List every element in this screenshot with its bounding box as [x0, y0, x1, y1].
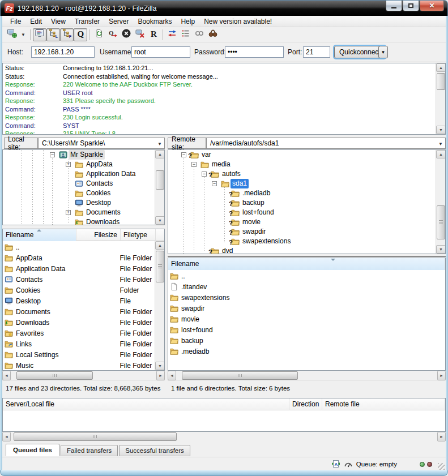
column-header-filetype[interactable]: Filetype [121, 229, 156, 241]
compare-button[interactable] [165, 28, 179, 41]
remote-file-row-swapextensions[interactable]: swapextensions [168, 292, 445, 303]
scroll-down-icon[interactable]: ▼ [155, 362, 165, 370]
collapse-icon[interactable]: − [50, 152, 55, 157]
tree-item-mr-sparkle[interactable]: −Mr Sparkle [3, 150, 164, 160]
local-file-row-local-settings[interactable]: Local SettingsFile Folder [3, 349, 155, 360]
menu-item-transfer[interactable]: Transfer [70, 16, 104, 27]
tree-item-autofs[interactable]: −?autofs [168, 169, 445, 179]
local-list-hscrollbar[interactable]: ◄ ► [2, 371, 165, 380]
menu-item-server[interactable]: Server [104, 16, 133, 27]
quickconnect-dropdown-button[interactable]: ▼ [378, 46, 388, 58]
scroll-right-icon[interactable]: ► [437, 432, 446, 441]
tree-item-movie[interactable]: ?movie [168, 217, 445, 227]
site-manager-button[interactable] [5, 28, 19, 41]
expand-icon[interactable]: + [66, 162, 71, 167]
port-input[interactable] [303, 46, 330, 58]
local-tree-scrollbar[interactable]: ▲ ▼ [155, 150, 164, 225]
remote-file-row-movie[interactable]: movie [168, 314, 445, 324]
local-file-row-contacts[interactable]: ContactsFile Folder [3, 274, 155, 285]
scroll-down-icon[interactable]: ▼ [436, 126, 446, 134]
search-button[interactable] [206, 28, 220, 41]
column-header-filename[interactable]: Filename [168, 258, 445, 270]
collapse-icon[interactable]: − [191, 162, 197, 167]
tree-item-desktop[interactable]: Desktop [3, 198, 164, 208]
tab-failed-transfers[interactable]: Failed transfers [61, 445, 118, 456]
log-scrollbar[interactable]: ▲ ▼ [436, 63, 445, 134]
tree-item-application-data[interactable]: Application Data [3, 169, 164, 179]
scrollbar-thumb[interactable] [14, 432, 177, 441]
local-file-row-cookies[interactable]: CookiesFolder [3, 285, 155, 295]
remote-file-row-backup[interactable]: backup [168, 335, 445, 346]
local-file-row-downloads[interactable]: DownloadsFile Folder [3, 317, 155, 328]
collapse-icon[interactable]: − [202, 171, 207, 177]
menu-item-edit[interactable]: Edit [25, 16, 46, 27]
tab-successful-transfers[interactable]: Successful transfers [119, 445, 190, 456]
chevron-down-icon[interactable]: ▼ [157, 141, 162, 147]
remote-file-row-titandev[interactable]: .titandev [168, 281, 445, 292]
disconnect-button[interactable] [133, 28, 147, 41]
tree-item-downloads[interactable]: Downloads [3, 217, 164, 225]
tree-item-contacts[interactable]: Contacts [3, 179, 164, 188]
password-input[interactable] [225, 46, 284, 58]
scrollbar-thumb[interactable] [16, 371, 93, 380]
collapse-icon[interactable]: − [181, 152, 186, 157]
tree-item-backup[interactable]: ?backup [168, 198, 445, 208]
scroll-up-icon[interactable]: ▲ [436, 63, 446, 72]
scroll-up-icon[interactable]: ▲ [155, 150, 165, 158]
process-queue-button[interactable]: Q [106, 28, 120, 41]
minimize-button[interactable] [386, 1, 402, 11]
local-file-row-music[interactable]: MusicFile Folder [3, 360, 155, 370]
scrollbar-thumb[interactable] [437, 205, 445, 239]
host-input[interactable] [31, 46, 95, 58]
tree-item-mediadb[interactable]: ?.mediadb [168, 188, 445, 198]
remote-tree-scrollbar[interactable]: ▲ ▼ [436, 150, 445, 254]
local-file-row-appdata[interactable]: AppDataFile Folder [3, 252, 155, 263]
scroll-down-icon[interactable]: ▼ [155, 216, 165, 225]
chevron-down-icon[interactable]: ▼ [438, 141, 443, 147]
refresh-button[interactable] [92, 28, 106, 41]
local-file-row-documents[interactable]: DocumentsFile Folder [3, 306, 155, 317]
scroll-down-icon[interactable]: ▼ [436, 245, 446, 254]
speed-limit-icon[interactable] [344, 460, 353, 469]
menu-item-help[interactable]: Help [176, 16, 199, 27]
local-file-row-application-data[interactable]: Application DataFile Folder [3, 263, 155, 274]
menu-item-view[interactable]: View [46, 16, 70, 27]
local-path-combobox[interactable]: C:\Users\Mr Sparkle\ ▼ [38, 138, 165, 149]
toggle-local-tree-button[interactable]: L [46, 28, 60, 41]
splitter-sash[interactable] [168, 256, 446, 257]
cancel-button[interactable] [120, 28, 133, 41]
chevron-down-icon[interactable]: ▼ [19, 32, 28, 37]
column-header-remote-file[interactable]: Remote file [322, 398, 445, 410]
scroll-up-icon[interactable]: ▲ [155, 241, 165, 250]
toggle-log-button[interactable] [33, 28, 46, 41]
scroll-right-icon[interactable]: ► [437, 371, 446, 380]
scroll-left-icon[interactable]: ◄ [168, 371, 176, 380]
tree-item-swapextensions[interactable]: ?swapextensions [168, 237, 445, 246]
remote-file-row-swapdir[interactable]: swapdir [168, 303, 445, 314]
scrollbar-thumb[interactable] [156, 251, 164, 282]
queue-hscrollbar[interactable]: ◄ ► [2, 432, 446, 441]
remote-file-row-[interactable]: .. [168, 271, 445, 281]
scrollbar-thumb[interactable] [156, 170, 164, 190]
tree-item-sda1[interactable]: −sda1 [168, 179, 445, 188]
reconnect-button[interactable]: R [147, 28, 160, 41]
transfer-type-icon[interactable]: A [331, 460, 340, 469]
menu-item-new-version-available[interactable]: New version available! [199, 16, 276, 27]
menu-item-file[interactable]: File [6, 16, 25, 27]
scrollbar-thumb[interactable] [437, 73, 445, 90]
remote-file-row-mediadb[interactable]: .mediadb [168, 346, 445, 357]
tree-item-media[interactable]: −media [168, 160, 445, 169]
toggle-queue-button[interactable]: Q [74, 28, 87, 41]
collapse-icon[interactable]: − [212, 181, 217, 186]
expand-icon[interactable]: + [66, 210, 71, 215]
close-button[interactable]: ✕ [420, 1, 444, 11]
tree-item-dvd[interactable]: ?dvd [168, 246, 445, 254]
filter-button[interactable] [179, 28, 193, 41]
menu-item-bookmarks[interactable]: Bookmarks [133, 16, 176, 27]
tab-queued-files[interactable]: Queued files [6, 444, 59, 456]
resize-grip[interactable] [438, 463, 445, 470]
username-input[interactable] [131, 46, 190, 58]
sync-browsing-button[interactable] [193, 28, 206, 41]
tree-item-swapdir[interactable]: ?swapdir [168, 227, 445, 237]
column-header-direction[interactable]: Direction [289, 398, 322, 410]
